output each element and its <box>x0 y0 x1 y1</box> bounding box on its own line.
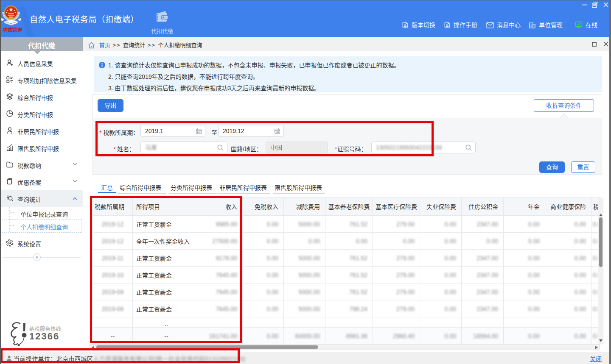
svg-text:中国税务: 中国税务 <box>3 27 22 33</box>
